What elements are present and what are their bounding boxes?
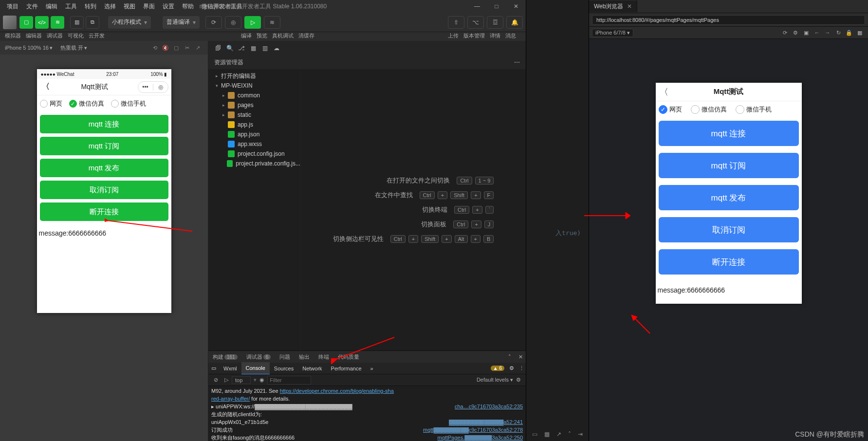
devtools-tab[interactable]: 构建161 [208, 351, 242, 363]
ext-icon[interactable]: ▦ [247, 45, 259, 52]
cut-icon[interactable]: ✂ [182, 45, 192, 51]
tool-icon[interactable]: ▦ [544, 431, 550, 438]
layers-icon[interactable]: ≋ [264, 16, 280, 29]
split-view-icon[interactable]: ▥ [70, 16, 84, 29]
tool-icon[interactable]: ⇥ [578, 431, 583, 438]
devtools-subtab[interactable]: Wxml [219, 363, 241, 374]
tree-row[interactable]: ▸打开的编辑器 [208, 71, 300, 81]
back-icon[interactable]: ← [812, 30, 822, 36]
run-icon[interactable]: ▷ [244, 16, 261, 29]
close-icon[interactable]: ✕ [627, 0, 632, 12]
rotate-icon[interactable]: ⟲ [149, 45, 160, 51]
capsule-menu[interactable]: •••◎ [138, 81, 168, 93]
tool-icon[interactable]: ˄ [568, 431, 571, 438]
devtools-subtab[interactable]: Performance [327, 363, 366, 374]
mqtt-subscribe-button[interactable]: mqtt 订阅 [659, 153, 799, 178]
forward-icon[interactable]: → [822, 30, 833, 36]
chevron-up-icon[interactable]: ˄ [504, 354, 515, 360]
tree-row[interactable]: app.js [208, 120, 300, 129]
tree-row[interactable]: ▾MP-WEIXIN [208, 81, 300, 91]
mqtt-disconnect-button[interactable]: 断开连接 [40, 202, 168, 221]
devtools-subtab[interactable]: » [366, 363, 378, 374]
menu-item[interactable]: 帮助 [178, 0, 198, 13]
filter-input[interactable] [267, 376, 311, 385]
tree-row[interactable]: app.json [208, 129, 300, 139]
pop-icon[interactable]: ↗ [192, 45, 203, 51]
mqtt-publish-button[interactable]: mqtt 发布 [40, 159, 168, 177]
refresh-icon[interactable]: ⟳ [205, 16, 222, 29]
menu-item[interactable]: 编辑 [42, 0, 61, 13]
link-icon[interactable]: ⧉ [86, 16, 99, 29]
search-icon[interactable]: 🔍 [224, 45, 236, 52]
devtools-subtab[interactable]: Console [241, 362, 270, 375]
git-icon[interactable]: ⎇ [236, 45, 247, 52]
menu-item[interactable]: 项目 [3, 0, 22, 13]
menu-item[interactable]: 工具 [61, 0, 81, 13]
radio-real[interactable]: 微信手机 [736, 105, 772, 114]
popout-icon[interactable]: ▣ [801, 30, 812, 36]
cloud-icon[interactable]: ☁ [271, 45, 282, 52]
screenshot-icon[interactable]: ▩ [854, 30, 865, 36]
gear-icon[interactable]: ⚙ [506, 365, 517, 371]
radio-web[interactable]: 网页 [659, 105, 682, 114]
menu-item[interactable]: 文件 [22, 0, 42, 13]
maximize-icon[interactable]: □ [487, 0, 506, 13]
bell-icon[interactable]: 🔔 [506, 16, 523, 29]
devtools-tab[interactable]: 终端 [314, 351, 333, 363]
radio-sim[interactable]: 微信仿真 [691, 105, 727, 114]
files-icon[interactable]: 🗐 [212, 45, 224, 52]
tree-row[interactable]: ▸static [208, 110, 300, 120]
device-label[interactable]: iPhone 5 100% 16 [5, 45, 49, 51]
rotate-icon[interactable]: ⟳ [779, 30, 790, 36]
browser-tab[interactable]: Web浏览器✕ [589, 0, 637, 12]
radio-real[interactable]: 微信手机 [111, 99, 146, 108]
editor-toggle-icon[interactable]: </> [35, 16, 49, 29]
tree-row[interactable]: ▸common [208, 91, 300, 100]
tree-row[interactable]: ▸pages [208, 100, 300, 110]
play-icon[interactable]: ▷ [221, 377, 232, 383]
mode-select[interactable]: 小程序模式▾ [108, 16, 151, 29]
menu-item[interactable]: 设置 [159, 0, 178, 13]
devtools-subtab[interactable]: Sources [270, 363, 298, 374]
tree-row[interactable]: app.wxss [208, 139, 300, 149]
compile-select[interactable]: 普通编译▾ [163, 16, 200, 29]
eye-icon[interactable]: ◉ [257, 377, 267, 383]
tree-row[interactable]: project.config.json [208, 149, 300, 159]
levels-select[interactable]: Default levels ▾ [477, 377, 513, 383]
radio-sim[interactable]: 微信仿真 [69, 99, 104, 108]
ext2-icon[interactable]: ▥ [259, 45, 271, 52]
context-select[interactable]: top [232, 376, 251, 384]
menu-item[interactable]: 界面 [139, 0, 159, 13]
mqtt-connect-button[interactable]: mqtt 连接 [659, 121, 799, 146]
tool-icon[interactable]: ↗ [556, 431, 561, 438]
more-icon[interactable]: ⋮ [517, 365, 526, 371]
menu-item[interactable]: 选择 [100, 0, 120, 13]
tool-icon[interactable]: ▭ [532, 431, 537, 438]
menu-item[interactable]: 微信开发者工具 [198, 0, 246, 13]
radio-web[interactable]: 网页 [40, 99, 62, 108]
upload-icon[interactable]: ⇧ [448, 16, 464, 29]
devtools-tab[interactable]: 问题 [275, 351, 295, 363]
address-bar[interactable]: http://localhost:8080/#/pages/mqttPages/… [592, 15, 865, 25]
mqtt-unsubscribe-button[interactable]: 取消订阅 [659, 217, 799, 242]
devtools-tab[interactable]: 调试器6 [242, 351, 276, 363]
debugger-toggle-icon[interactable]: ≋ [51, 16, 64, 29]
close-icon[interactable]: ✕ [515, 354, 526, 360]
devtools-subtab[interactable]: Network [298, 363, 326, 374]
simulator-toggle-icon[interactable]: ▢ [19, 16, 33, 29]
mqtt-unsubscribe-button[interactable]: 取消订阅 [40, 181, 168, 199]
device-icon[interactable]: ▢ [171, 45, 182, 51]
clear-icon[interactable]: ⊘ [210, 377, 221, 383]
minimize-icon[interactable]: — [467, 0, 487, 13]
eye-icon[interactable]: ◎ [225, 16, 241, 29]
gear-icon[interactable]: ⚙ [790, 30, 801, 36]
device-select[interactable]: iPhone 6/7/8 ▾ [592, 29, 633, 37]
reload-icon[interactable]: ↻ [833, 30, 844, 36]
devtools-tab[interactable]: 输出 [295, 351, 314, 363]
mqtt-connect-button[interactable]: mqtt 连接 [40, 115, 168, 133]
close-icon[interactable]: ✕ [506, 0, 526, 13]
inspect-icon[interactable]: ▭ [208, 365, 219, 371]
tree-row[interactable]: project.private.config.js... [208, 159, 300, 168]
branch-icon[interactable]: ⌥ [467, 16, 484, 29]
lock-icon[interactable]: 🔒 [844, 30, 854, 36]
